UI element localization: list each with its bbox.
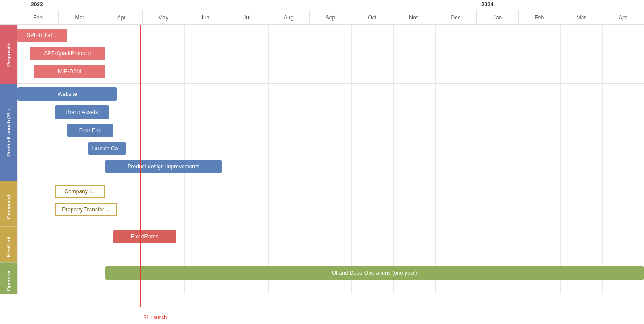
- bar-companyl-0[interactable]: Company I...: [55, 185, 105, 198]
- timeline-header: 20232024FebMarAprMayJunJulAugSepOctNovDe…: [17, 0, 644, 24]
- grid-col-line-9: [393, 25, 394, 83]
- grid-col-line-14: [602, 25, 603, 83]
- grid-col-line-9: [393, 84, 394, 181]
- grid-col-line-3: [143, 25, 143, 83]
- month-cell-14: Apr: [602, 10, 644, 25]
- grid-col-line-8: [351, 181, 352, 226]
- grid-col-line-13: [560, 25, 561, 83]
- month-cell-0: Feb: [17, 10, 59, 25]
- grid-col-line-5: [226, 181, 226, 226]
- grid-col-line-5: [226, 25, 226, 83]
- month-cell-5: Jul: [226, 10, 268, 25]
- grid-col-line-0: [17, 262, 18, 294]
- grid-col-line-8: [351, 84, 352, 181]
- grid-col-line-10: [435, 226, 436, 262]
- grid-col-line-12: [519, 25, 519, 83]
- grid-col-line-7: [310, 181, 310, 226]
- grid-col-line-2: [101, 226, 101, 262]
- grid-col-line-1: [59, 226, 59, 262]
- grid-col-line-13: [560, 226, 561, 262]
- bar-productlaunch-1[interactable]: Brand Assets: [55, 105, 109, 119]
- month-cell-2: Apr: [101, 10, 143, 25]
- grid-col-line-9: [393, 226, 394, 262]
- grid-col-line-6: [268, 181, 269, 226]
- month-cell-11: Jan: [477, 10, 519, 25]
- bar-proposals-0[interactable]: SPF-Initial ...: [17, 29, 67, 42]
- bar-productlaunch-3[interactable]: Launch Co...: [88, 142, 126, 155]
- grid-col-line-7: [310, 25, 310, 83]
- grid-col-line-8: [351, 226, 352, 262]
- month-cell-9: Nov: [393, 10, 435, 25]
- gantt-body: ProposalsProductLaunch (SL)CompanyL...Ne…: [0, 25, 644, 324]
- grid-col-line-12: [519, 181, 519, 226]
- grid-col-line-14: [602, 84, 603, 181]
- grid-col-line-5: [226, 84, 226, 181]
- grid-col-line-14: [602, 226, 603, 262]
- sl-launch-line: [140, 84, 141, 194]
- grid-col-line-11: [477, 181, 477, 226]
- lane-label-newfeat: NewFeat...: [0, 226, 17, 262]
- bar-proposals-2[interactable]: MIP-D3M: [34, 65, 105, 78]
- grid-col-line-6: [268, 84, 269, 181]
- grid-col-line-1: [59, 262, 59, 294]
- lane-row-proposals: SPF-Initial ...SPF-SparkProtocolMIP-D3M: [17, 25, 644, 84]
- month-cell-1: Mar: [59, 10, 101, 25]
- lane-label-companyl: CompanyL...: [0, 181, 17, 226]
- year-2023-label: 2023: [31, 1, 43, 8]
- month-cell-8: Oct: [351, 10, 393, 25]
- lane-labels: ProposalsProductLaunch (SL)CompanyL...Ne…: [0, 25, 17, 324]
- month-cell-7: Sep: [310, 10, 351, 25]
- grid-col-line-6: [268, 226, 269, 262]
- grid-col-line-10: [435, 181, 436, 226]
- grid-col-line-11: [477, 25, 477, 83]
- bar-companyl-1[interactable]: Property Transfer ...: [55, 203, 117, 216]
- grid-lines: [17, 25, 644, 83]
- grid-col-line-0: [17, 181, 18, 226]
- grid-col-line-4: [184, 181, 185, 226]
- grid-col-line-12: [519, 226, 519, 262]
- lane-label-productlaunch: ProductLaunch (SL): [0, 84, 17, 181]
- grid-col-line-2: [101, 262, 101, 294]
- month-cell-13: Mar: [560, 10, 602, 25]
- grid-col-line-13: [560, 84, 561, 181]
- gantt-header: 20232024FebMarAprMayJunJulAugSepOctNovDe…: [0, 0, 644, 25]
- grid-col-line-5: [226, 226, 226, 262]
- grid-col-line-9: [393, 181, 394, 226]
- month-cell-4: Jun: [184, 10, 226, 25]
- bar-productlaunch-2[interactable]: FrontEnd: [67, 124, 113, 137]
- lane-label-proposals: Proposals: [0, 25, 17, 84]
- year-2024-label: 2024: [481, 1, 494, 8]
- grid-col-line-4: [184, 25, 185, 83]
- bar-productlaunch-0[interactable]: Website: [17, 87, 117, 101]
- gantt-grid: SPF-Initial ...SPF-SparkProtocolMIP-D3MW…: [17, 25, 644, 324]
- lane-label-operatio: Operatio...: [0, 262, 17, 294]
- grid-col-line-10: [435, 25, 436, 83]
- grid-col-line-3: [143, 181, 143, 226]
- lane-row-companyl: Company I...Property Transfer ...: [17, 181, 644, 226]
- grid-col-line-12: [519, 84, 519, 181]
- grid-col-line-14: [602, 181, 603, 226]
- month-cell-3: May: [143, 10, 184, 25]
- grid-col-line-8: [351, 25, 352, 83]
- grid-col-line-11: [477, 84, 477, 181]
- lane-row-operatio: SL LaunchUI and Dapp Operations (one yea…: [17, 262, 644, 294]
- bar-productlaunch-4[interactable]: Product design improvements: [105, 160, 222, 173]
- grid-col-line-7: [310, 84, 310, 181]
- sl-launch-label: SL Launch: [143, 314, 167, 320]
- grid-col-line-10: [435, 84, 436, 181]
- month-cell-6: Aug: [268, 10, 310, 25]
- gantt-chart: 20232024FebMarAprMayJunJulAugSepOctNovDe…: [0, 0, 644, 324]
- grid-col-line-6: [268, 25, 269, 83]
- grid-col-line-0: [17, 226, 18, 262]
- bar-proposals-1[interactable]: SPF-SparkProtocol: [30, 47, 105, 60]
- bar-newfeat-0[interactable]: FixedRates: [113, 230, 176, 243]
- month-cell-10: Dec: [435, 10, 477, 25]
- lane-row-productlaunch: WebsiteBrand AssetsFrontEndLaunch Co...P…: [17, 84, 644, 181]
- month-cell-12: Feb: [519, 10, 560, 25]
- lane-row-newfeat: FixedRates: [17, 226, 644, 262]
- grid-col-line-13: [560, 181, 561, 226]
- bar-operatio-0[interactable]: UI and Dapp Operations (one year): [105, 266, 644, 280]
- sl-launch-line: SL Launch: [140, 262, 141, 307]
- label-header-spacer: [0, 0, 17, 24]
- grid-col-line-11: [477, 226, 477, 262]
